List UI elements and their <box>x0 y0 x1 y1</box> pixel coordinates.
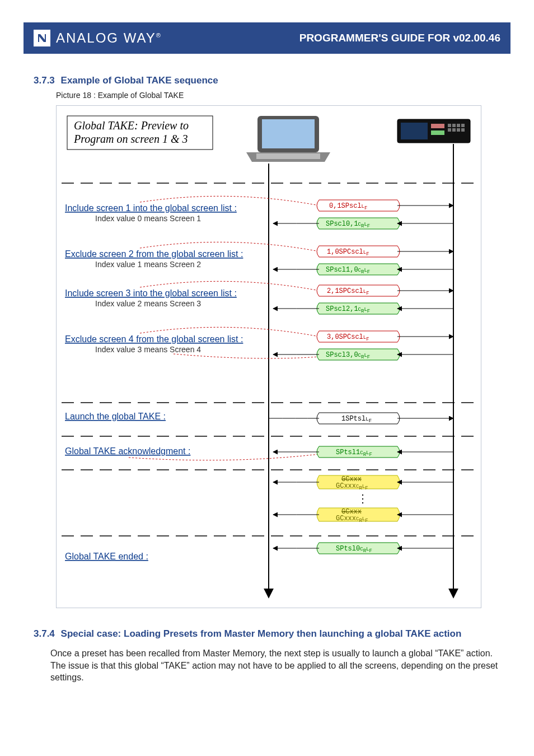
title-line1: Global TAKE: Preview to <box>74 119 189 132</box>
step-include-screen-1: Include screen 1 into the global screen … <box>65 196 453 229</box>
svg-rect-1 <box>262 119 315 148</box>
device-icon <box>397 119 470 143</box>
svg-text:1,0SPCsclLF: 1,0SPCsclLF <box>327 248 369 257</box>
section-374-para: Once a preset has been recalled from Mas… <box>50 647 500 684</box>
step-label: Launch the global TAKE : <box>65 412 166 421</box>
section-num: 3.7.3 <box>34 75 55 86</box>
step-sub: Index value 0 means Screen 1 <box>95 214 201 223</box>
section-title: Special case: Loading Presets from Maste… <box>61 628 462 639</box>
svg-rect-13 <box>457 128 460 132</box>
brand-reg: ® <box>156 32 162 39</box>
step-sub: Index value 1 means Screen 2 <box>95 260 201 269</box>
step-exclude-screen-4: Exclude screen 4 from the global screen … <box>65 327 453 360</box>
step-take-ack: Global TAKE acknowledgment : SPtsl1CRLF <box>65 446 453 460</box>
svg-text:3,0SPCsclLF: 3,0SPCsclLF <box>327 333 369 342</box>
figure-caption: Picture 18 : Example of Global TAKE <box>56 91 500 100</box>
svg-text:GCxxxCRLF: GCxxxCRLF <box>336 515 368 524</box>
svg-rect-5 <box>431 124 444 128</box>
step-exclude-screen-2: Exclude screen 2 from the global screen … <box>65 242 453 275</box>
step-updates-1: GCxxx GCxxxCRLF <box>273 475 453 491</box>
brand: ANALOG WAY® <box>24 30 162 46</box>
svg-rect-4 <box>401 123 428 139</box>
step-label: Include screen 3 into the global screen … <box>65 288 237 298</box>
step-launch-take: Launch the global TAKE : 1SPtslLF <box>65 412 453 424</box>
figure-18: Global TAKE: Preview to Program on scree… <box>56 105 481 608</box>
brand-name: ANALOG WAY <box>56 30 156 45</box>
sequence-diagram: Global TAKE: Preview to Program on scree… <box>61 110 476 603</box>
svg-rect-9 <box>457 124 460 127</box>
svg-rect-2 <box>256 153 320 159</box>
doc-title: PROGRAMMER'S GUIDE FOR v02.00.46 <box>299 32 500 44</box>
laptop-icon <box>246 116 330 162</box>
step-updates-2: GCxxx GCxxxCRLF <box>273 508 453 524</box>
svg-rect-6 <box>431 130 444 135</box>
svg-rect-7 <box>448 124 451 127</box>
step-take-ended: Global TAKE ended : SPtsl0CRLF <box>65 543 453 561</box>
section-heading-373: 3.7.3 Example of Global TAKE sequence <box>34 75 500 86</box>
brand-badge-icon <box>34 30 50 46</box>
brand-text: ANALOG WAY® <box>56 30 162 46</box>
section-num: 3.7.4 <box>34 628 55 640</box>
svg-text:2,1SPCsclLF: 2,1SPCsclLF <box>327 287 369 296</box>
svg-rect-8 <box>452 124 456 127</box>
svg-rect-11 <box>448 128 451 132</box>
step-label: Include screen 1 into the global screen … <box>65 203 237 213</box>
svg-rect-12 <box>452 128 456 132</box>
step-sub: Index value 2 means Screen 3 <box>95 299 201 308</box>
header-bar: ANALOG WAY® PROGRAMMER'S GUIDE FOR v02.0… <box>24 22 510 54</box>
step-label: Global TAKE ended : <box>65 552 148 561</box>
section-title: Example of Global TAKE sequence <box>61 75 218 86</box>
svg-rect-14 <box>461 128 465 132</box>
title-line2: Program on screen 1 & 3 <box>73 133 188 146</box>
step-label: Exclude screen 4 from the global screen … <box>65 334 243 344</box>
svg-text:⋮: ⋮ <box>357 492 368 505</box>
svg-rect-10 <box>461 124 465 127</box>
svg-text:GCxxxCRLF: GCxxxCRLF <box>336 482 368 491</box>
step-include-screen-3: Include screen 3 into the global screen … <box>65 281 453 314</box>
step-label: Global TAKE acknowledgment : <box>65 446 190 456</box>
step-sub: Index value 3 means Screen 4 <box>95 345 201 354</box>
content: 3.7.3 Example of Global TAKE sequence Pi… <box>0 54 534 684</box>
section-heading-374: 3.7.4 Special case: Loading Presets from… <box>34 628 500 640</box>
step-label: Exclude screen 2 from the global screen … <box>65 249 243 259</box>
